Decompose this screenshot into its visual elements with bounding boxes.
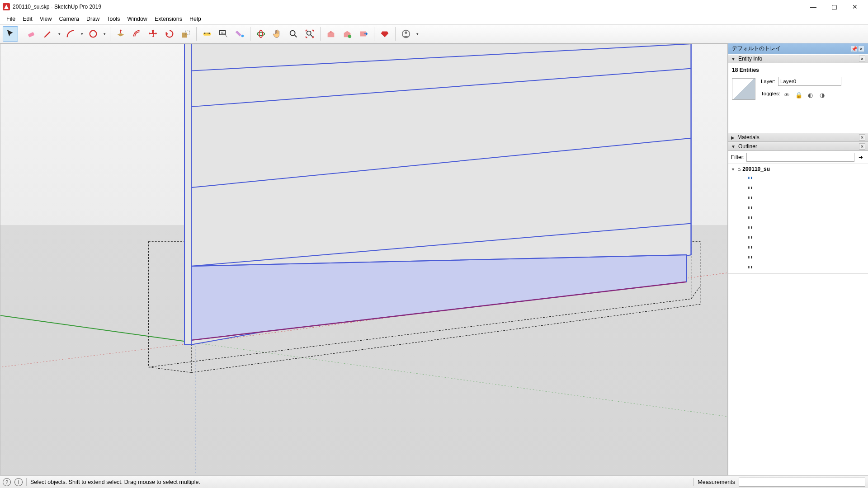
tray-blank-area (728, 274, 868, 475)
toolbar-separator (374, 27, 374, 41)
menu-view[interactable]: View (36, 15, 56, 23)
orbit-tool[interactable] (253, 26, 269, 42)
separator (693, 478, 694, 486)
offset-tool[interactable] (129, 26, 145, 42)
collapse-icon: ▼ (731, 56, 736, 61)
outliner-root[interactable]: ▾ ⌂ 200110_su (728, 164, 868, 174)
layer-select[interactable] (778, 77, 841, 86)
zoom-extents-tool[interactable] (302, 26, 317, 42)
menu-draw[interactable]: Draw (83, 15, 103, 23)
shadow-cast-icon[interactable]: ◐ (807, 91, 815, 99)
svg-line-20 (196, 343, 727, 417)
profile-button[interactable] (398, 26, 414, 42)
outliner-item[interactable] (728, 194, 868, 204)
outliner-header[interactable]: ▼ Outliner × (728, 142, 868, 151)
outliner-item[interactable] (728, 184, 868, 194)
profile-dropdown[interactable]: ▾ (415, 32, 420, 36)
paint-tool[interactable] (232, 26, 247, 42)
extwarehouse-button[interactable] (340, 26, 355, 42)
menu-tools[interactable]: Tools (103, 15, 123, 23)
arc-tool[interactable] (63, 26, 78, 42)
outliner-panel: Filter: ➜ ▾ ⌂ 200110_su (728, 151, 868, 274)
collapse-icon: ▼ (731, 144, 736, 149)
text-tool[interactable]: A1 (216, 26, 231, 42)
close-panel-icon[interactable]: × (859, 134, 865, 141)
outliner-tree[interactable]: ▾ ⌂ 200110_su (728, 164, 868, 274)
menu-window[interactable]: Window (123, 15, 151, 23)
tape-tool[interactable] (199, 26, 215, 42)
svg-marker-23 (191, 255, 686, 340)
pin-icon[interactable]: 📌 (851, 46, 857, 52)
filter-go-icon[interactable]: ➜ (856, 153, 865, 162)
lock-toggle-icon[interactable]: 🔒 (795, 91, 803, 99)
tray-header[interactable]: デフォルトのトレイ 📌 × (728, 43, 868, 54)
visible-toggle-icon[interactable]: 👁 (783, 91, 791, 99)
close-icon[interactable]: × (858, 46, 864, 52)
outliner-item[interactable] (728, 234, 868, 244)
svg-point-9 (259, 30, 262, 38)
outliner-item[interactable] (728, 224, 868, 234)
filter-input[interactable] (746, 153, 854, 162)
shape-dropdown[interactable]: ▾ (102, 32, 107, 36)
window-title: 200110_su.skp - SketchUp Pro 2019 (13, 4, 803, 10)
entity-info-header[interactable]: ▼ Entity Info × (728, 54, 868, 63)
minimize-button[interactable]: — (803, 0, 824, 14)
close-panel-icon[interactable]: × (859, 143, 865, 150)
toolbar-separator (110, 27, 110, 41)
main-toolbar: ▾ ▾ ▾ A1 ▾ (0, 24, 868, 43)
component-icon (747, 246, 754, 251)
arc-dropdown[interactable]: ▾ (79, 32, 85, 36)
component-icon (747, 206, 754, 211)
component-icon (747, 216, 754, 221)
rotate-tool[interactable] (162, 26, 177, 42)
tree-toggle-icon[interactable]: ▾ (730, 167, 736, 172)
component-icon (747, 186, 754, 192)
measurements-input[interactable] (739, 478, 865, 487)
ruby-button[interactable] (377, 26, 392, 42)
menu-extensions[interactable]: Extensions (151, 15, 186, 23)
pencil-dropdown[interactable]: ▾ (57, 32, 62, 36)
eraser-tool[interactable] (24, 26, 39, 42)
send-button[interactable] (356, 26, 371, 42)
3d-viewport[interactable] (0, 43, 728, 475)
toolbar-separator (395, 27, 396, 41)
material-thumbnail[interactable] (732, 78, 755, 100)
entity-info-title: Entity Info (738, 56, 856, 62)
outliner-item[interactable] (728, 244, 868, 253)
scale-tool[interactable] (178, 26, 193, 42)
close-panel-icon[interactable]: × (859, 56, 865, 62)
pushpull-tool[interactable] (113, 26, 128, 42)
menu-edit[interactable]: Edit (19, 15, 36, 23)
outliner-item[interactable] (728, 174, 868, 184)
svg-point-15 (405, 32, 407, 34)
default-tray: デフォルトのトレイ 📌 × ▼ Entity Info × 18 Entitie… (728, 43, 868, 475)
outliner-item[interactable] (728, 253, 868, 263)
svg-text:A1: A1 (221, 31, 225, 35)
entity-count: 18 Entities (732, 65, 864, 77)
shadow-receive-icon[interactable]: ◑ (818, 91, 826, 99)
menu-help[interactable]: Help (186, 15, 205, 23)
toolbar-separator (196, 27, 197, 41)
outliner-item[interactable] (728, 214, 868, 224)
component-icon (747, 256, 754, 261)
move-tool[interactable] (146, 26, 161, 42)
zoom-tool[interactable] (286, 26, 301, 42)
materials-header[interactable]: ▶ Materials × (728, 133, 868, 142)
svg-rect-0 (28, 32, 35, 38)
component-icon (747, 176, 754, 182)
pencil-tool[interactable] (40, 26, 56, 42)
pan-tool[interactable] (269, 26, 285, 42)
3dwarehouse-button[interactable] (323, 26, 339, 42)
svg-point-10 (290, 31, 295, 36)
shape-tool[interactable] (85, 26, 101, 42)
help-icon[interactable]: ? (3, 478, 11, 486)
outliner-item[interactable] (728, 263, 868, 273)
select-tool[interactable] (3, 26, 18, 42)
maximize-button[interactable]: ▢ (824, 0, 844, 14)
outliner-item[interactable] (728, 204, 868, 214)
close-button[interactable]: ✕ (844, 0, 865, 14)
info-icon[interactable]: i (14, 478, 23, 486)
outliner-title: Outliner (738, 143, 856, 150)
menu-file[interactable]: File (3, 15, 19, 23)
menu-camera[interactable]: Camera (56, 15, 83, 23)
